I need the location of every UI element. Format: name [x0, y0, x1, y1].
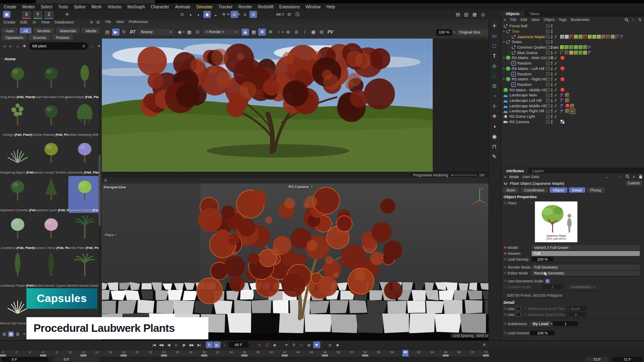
- obj-menu-tags[interactable]: Tags: [556, 18, 569, 22]
- autokey-button[interactable]: Ⓐ: [264, 341, 271, 348]
- filter-tab-materials[interactable]: Materials: [56, 28, 80, 34]
- layer-box[interactable]: [546, 46, 550, 49]
- enable-check[interactable]: ✓: [554, 109, 558, 114]
- asset-item[interactable]: Honey Locust 'Sunbur...: [35, 138, 68, 175]
- tab-attributes[interactable]: Attributes: [502, 168, 528, 173]
- enable-check[interactable]: ✓: [554, 88, 558, 92]
- filter-bag-icon[interactable]: ⌂: [90, 44, 96, 49]
- material-swatch[interactable]: [592, 35, 597, 39]
- redshift-tag-icon[interactable]: [560, 88, 565, 92]
- coordinate-system-icon[interactable]: ✛: [63, 11, 71, 18]
- menu-spline[interactable]: Spline: [71, 5, 88, 9]
- layer-box[interactable]: [546, 40, 550, 44]
- use-document-scale-checkbox[interactable]: ✓: [545, 279, 550, 283]
- freeze-b-icon[interactable]: ❄: [267, 28, 274, 36]
- workplane-icon[interactable]: ◌: [258, 11, 265, 18]
- material-swatch[interactable]: [570, 104, 574, 108]
- material-swatch[interactable]: [602, 35, 606, 39]
- zoom-stepper-icon[interactable]: ⇅: [453, 31, 456, 34]
- objects-home-icon[interactable]: ⌂: [630, 17, 636, 23]
- menu-animate[interactable]: Animate: [172, 5, 193, 9]
- enable-check[interactable]: ✓: [554, 45, 558, 50]
- timeline-ruler[interactable]: 0246810121416182022242628303234363840424…: [0, 349, 644, 357]
- visibility-dots[interactable]: [551, 78, 553, 81]
- tree-row[interactable]: Landscape Right Hill✓⊘: [501, 109, 644, 114]
- editor-mode-anim-dot[interactable]: ◇: [504, 271, 507, 275]
- rgb-channel-icon-caret[interactable]: ▾: [183, 30, 184, 34]
- uds-anim-dot[interactable]: ◇: [504, 279, 507, 283]
- workplane-lock-icon[interactable]: ◌: [266, 11, 274, 18]
- redshift-tag-icon[interactable]: [560, 66, 565, 71]
- falloff-icon-caret[interactable]: ▾: [282, 30, 283, 34]
- freeze-a-icon[interactable]: ❄: [258, 28, 266, 36]
- tree-row[interactable]: ▾RS Matrix - Left Hill✓: [501, 66, 644, 72]
- sound-button[interactable]: ♪: [221, 341, 228, 348]
- phong-tag-selected-icon[interactable]: ⊘: [570, 109, 575, 114]
- annotation-flag-icon[interactable]: [560, 103, 565, 108]
- layer-box[interactable]: [546, 24, 550, 28]
- pass-dropdown[interactable]: Beauty▼: [138, 29, 174, 35]
- expand-icon[interactable]: ▾: [503, 56, 505, 59]
- parent-object-icon[interactable]: ↑: [618, 174, 623, 179]
- tree-row[interactable]: ▾Grass: [501, 39, 644, 45]
- use-min-anim-dot[interactable]: ◇: [504, 307, 507, 310]
- asset-item[interactable]: Juneberry (Fall, Plant): [1, 214, 34, 251]
- annotation-flag-icon[interactable]: [588, 45, 592, 50]
- obj-menu-object[interactable]: Object: [541, 18, 556, 22]
- material-swatch[interactable]: [579, 35, 583, 39]
- visibility-dots[interactable]: [551, 98, 553, 102]
- visibility-dots[interactable]: [551, 88, 553, 92]
- axis-y-button[interactable]: Y: [33, 11, 42, 19]
- menu-render[interactable]: Render: [236, 5, 255, 9]
- leaf-amount-field[interactable]: 100 %: [530, 331, 555, 335]
- mode-menu[interactable]: Mode: [509, 175, 519, 179]
- menu-tracker[interactable]: Tracker: [216, 5, 236, 9]
- preview-end-field[interactable]: 72 F: [585, 357, 609, 362]
- camera-object-icon[interactable]: ◉: [489, 132, 499, 141]
- custom-button[interactable]: Custom: [625, 181, 642, 186]
- visibility-dots[interactable]: [551, 67, 553, 70]
- db-window-icon[interactable]: ⊟: [95, 19, 101, 25]
- asset-search-box[interactable]: ⊗: [29, 42, 88, 50]
- ab-menu-ai[interactable]: AI: [30, 20, 39, 24]
- rv-menu-preferences[interactable]: Preferences: [126, 20, 151, 24]
- menu-extensions[interactable]: Extensions: [276, 5, 303, 9]
- layer-box[interactable]: [546, 98, 550, 102]
- search-input[interactable]: [31, 44, 82, 49]
- enable-check[interactable]: ✓: [554, 103, 558, 108]
- filter-tab-scenes[interactable]: Scenes: [29, 34, 50, 40]
- enable-check[interactable]: ✓: [554, 72, 558, 76]
- asset-item[interactable]: Japanese Maple (Fall, ...: [68, 176, 100, 213]
- attr-lock-icon[interactable]: [638, 174, 644, 179]
- environment-icon[interactable]: ◑: [489, 122, 499, 131]
- objects-burger-icon[interactable]: ≡: [502, 17, 508, 23]
- modeling-settings-icon[interactable]: ⊜: [286, 11, 293, 18]
- rv-rt-label[interactable]: RT: [130, 30, 135, 34]
- enable-check[interactable]: ✓: [554, 34, 558, 39]
- visibility-dots[interactable]: [551, 62, 553, 65]
- annotation-flag-icon[interactable]: [620, 34, 625, 39]
- menu-help[interactable]: Help: [324, 5, 338, 9]
- ab-menu-edit[interactable]: Edit: [18, 20, 30, 24]
- layer-box[interactable]: [546, 120, 550, 124]
- db-sync-icon[interactable]: ⊜: [88, 19, 94, 25]
- grid-view-icon[interactable]: ▦: [8, 331, 14, 337]
- rv-menu-view[interactable]: View: [114, 20, 126, 24]
- filter-tab-models[interactable]: Models: [34, 28, 54, 34]
- material-swatch[interactable]: [597, 35, 601, 39]
- season-anim-dot[interactable]: ◆: [504, 251, 507, 255]
- perspective-viewport[interactable]: yxz: [102, 184, 488, 340]
- composition-tag-icon[interactable]: [560, 119, 565, 124]
- next-key-button[interactable]: ◆▶: [188, 341, 195, 348]
- effector-gear-icon[interactable]: ⚙: [489, 81, 499, 90]
- layer-box[interactable]: [546, 67, 550, 70]
- record-rotation-button[interactable]: ↻: [291, 341, 298, 348]
- asset-item[interactable]: Dog-Rose (Fall, Plant): [1, 63, 34, 100]
- loop-button[interactable]: ↻: [206, 341, 213, 348]
- keyframe-selection-button[interactable]: ◉: [271, 341, 278, 348]
- go-to-end-button[interactable]: ▶|: [196, 341, 203, 348]
- modifier-axis-icon[interactable]: ✛: [489, 101, 499, 111]
- doc-range-button[interactable]: ▤: [213, 341, 221, 348]
- subdivision-anim-dot[interactable]: ◇: [504, 322, 507, 326]
- attr-tab-basic[interactable]: Basic: [503, 187, 519, 193]
